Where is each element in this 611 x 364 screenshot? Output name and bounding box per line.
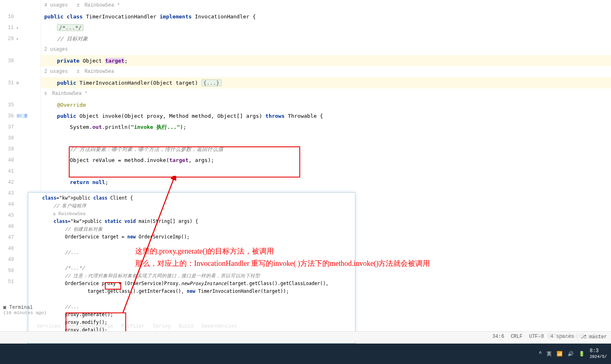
tool-tab[interactable]: Spring [153, 324, 170, 329]
code-line[interactable]: private Object target; [41, 55, 611, 66]
inlay-hint[interactable]: ± RainbowSea * [41, 88, 611, 99]
tool-window-tabs[interactable]: Services SequenceDiagram Profiler Spring… [37, 324, 237, 329]
code-line[interactable] [41, 133, 611, 144]
overlay-code-line[interactable]: class="kw">public class Client { [32, 194, 352, 202]
clock[interactable]: 8:32024/5/ [590, 348, 607, 360]
overlay-code-line[interactable]: proxy.generate(); [32, 311, 352, 319]
inlay-hint[interactable]: 2 usages ± RainbowSea [41, 66, 611, 77]
line-number: 36 [0, 113, 16, 119]
code-line[interactable]: public TimerInvocationHandler(Object tar… [41, 77, 611, 88]
overlay-code-panel[interactable]: class="kw">public class Client { // 客户端程… [28, 192, 355, 344]
overlay-code-line[interactable]: ± RainbowSea [32, 210, 352, 218]
tool-tab[interactable]: Build [179, 324, 193, 329]
battery-icon[interactable]: 🔋 [579, 351, 585, 357]
overlay-code-line[interactable]: OrderService proxy = (OrderService)Proxy… [32, 280, 352, 288]
line-number: 44 [0, 202, 16, 207]
overlay-code-line[interactable]: target.getClass().getInterfaces(), new T… [32, 288, 352, 295]
line-number: 35 [0, 102, 16, 108]
status-bar: 34:6 CRLF UTF-8 4 spaces ⎇ master [0, 331, 611, 342]
code-line[interactable] [41, 166, 611, 177]
line-number: 46 [0, 224, 16, 229]
line-number: 38 [0, 135, 16, 141]
line-number: 50 [0, 268, 16, 274]
overlay-code-line[interactable]: // 创建目标对象 [32, 225, 352, 233]
fold-icon[interactable]: ⊞ [16, 80, 19, 85]
line-number: 51 [0, 279, 16, 285]
tool-tab[interactable]: Services [37, 324, 61, 329]
line-number: 11 [0, 25, 16, 31]
overlay-code-line[interactable] [32, 256, 352, 264]
code-line[interactable]: @Override [41, 99, 611, 110]
overlay-code-line[interactable] [32, 241, 352, 249]
line-number: 10 [0, 14, 16, 20]
code-line[interactable]: /*...*/ [41, 22, 611, 33]
code-line[interactable]: public class TimerInvocationHandler impl… [41, 11, 611, 22]
line-number: 31 [0, 80, 16, 86]
overlay-code-line[interactable]: class="kw">public static void main(Strin… [32, 218, 352, 225]
inlay-hint[interactable]: 2 usages [41, 44, 611, 55]
code-line[interactable]: // 目标对象 [41, 33, 611, 44]
inlay-hint[interactable]: 4 usages ± RainbowSea * [41, 0, 611, 11]
caret-position[interactable]: 34:6 [492, 334, 504, 340]
code-line[interactable]: // 方法四要素：哪个对象，哪个方法，传什么参数，返回什么值 [41, 144, 611, 155]
overlay-code-line[interactable]: // 客户端程序 [32, 202, 352, 210]
line-number: 29 [0, 36, 16, 42]
terminal-tab[interactable]: ▣ Terminal (16 minutes ago) [0, 303, 50, 317]
overlay-code-line[interactable]: // 注意：代理对象和目标对象都实现了共同的接口，接口是一样的看，所以可以向下转… [32, 272, 352, 280]
watermark: CSDN @ChinaRainbowSea [531, 333, 603, 339]
overlay-code-line[interactable]: OrderService target = new OrderServiceIm… [32, 233, 352, 241]
overlay-code-line[interactable]: /*...*/ [32, 264, 352, 272]
overlay-code-line[interactable] [32, 295, 352, 303]
ime-indicator[interactable]: 英 [547, 351, 552, 357]
line-number: 47 [0, 235, 16, 240]
overlay-code-line[interactable]: //... [32, 249, 352, 256]
line-number: 42 [0, 180, 16, 185]
code-line[interactable]: public Object invoke(Object proxy, Metho… [41, 110, 611, 121]
line-number: 39 [0, 146, 16, 152]
fold-icon[interactable]: ▸ [16, 25, 19, 30]
volume-icon[interactable]: 🔊 [568, 351, 574, 357]
fold-icon[interactable]: ▸ [16, 36, 19, 41]
line-number: 43 [0, 191, 16, 196]
code-line[interactable]: System.out.println("invoke 执行..."); [41, 121, 611, 133]
tray-up-icon[interactable]: ^ [539, 351, 542, 357]
override-icon[interactable]: o↑ @ [16, 114, 28, 118]
code-line[interactable]: Object reValue = method.invoke(target, a… [41, 155, 611, 166]
line-number: 48 [0, 246, 16, 252]
tool-tab[interactable]: SequenceDiagram [69, 324, 113, 329]
line-number: 40 [0, 157, 16, 163]
line-number: 41 [0, 169, 16, 174]
line-separator[interactable]: CRLF [511, 334, 523, 340]
line-number: 45 [0, 213, 16, 218]
tool-tab[interactable]: Profiler [121, 324, 145, 329]
line-number: 37 [0, 124, 16, 130]
tool-tab[interactable]: Dependencies [201, 324, 237, 329]
wifi-icon[interactable]: 📶 [557, 351, 563, 357]
overlay-code-line[interactable]: //... [32, 303, 352, 311]
windows-taskbar[interactable]: ^ 英 📶 🔊 🔋 8:32024/5/ [0, 344, 611, 364]
line-number: 30 [0, 58, 16, 64]
line-number: 49 [0, 257, 16, 263]
code-line[interactable]: return null; [41, 177, 611, 188]
